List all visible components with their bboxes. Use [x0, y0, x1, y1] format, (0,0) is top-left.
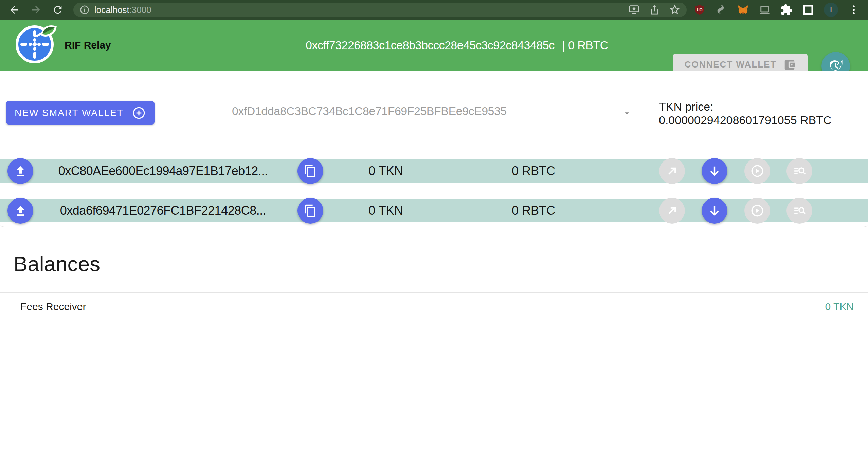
wallet-tkn-balance: 0 TKN [348, 199, 423, 222]
table-row: Fees Receiver 0 TKN [0, 292, 868, 321]
fees-receiver-label: Fees Receiver [20, 301, 86, 312]
smart-wallet-select-value: 0xfD1dda8C3BC734Bc1C8e71F69F25BFBEe9cE95… [232, 104, 507, 118]
app-header: RIF Relay 0xcff73226883c1ce8b3bccc28e45c… [0, 20, 868, 71]
plus-circle-icon [132, 106, 146, 120]
arrow-down-icon [708, 204, 721, 217]
fees-receiver-value: 0 TKN [825, 301, 854, 312]
tkn-price: TKN price: 0.00000294208601791055 RBTC [659, 100, 832, 127]
header-account-balance: | 0 RBTC [562, 39, 608, 52]
transfer-button[interactable] [659, 158, 685, 184]
new-smart-wallet-label: NEW SMART WALLET [15, 108, 124, 118]
smart-wallet-select[interactable]: 0xfD1dda8C3BC734Bc1C8e71F69F25BFBEe9cE95… [232, 98, 634, 128]
copy-address-button[interactable] [297, 158, 323, 184]
execute-button[interactable] [744, 158, 770, 184]
back-icon[interactable] [8, 4, 20, 16]
tkn-price-value: 0.00000294208601791055 RBTC [659, 113, 832, 127]
laptop-icon[interactable] [759, 4, 771, 16]
wallet-address: 0xC80AEe600Ec1994a97E1B17eb12... [41, 159, 285, 183]
copy-icon [304, 164, 317, 178]
extensions-puzzle-icon[interactable] [780, 4, 793, 16]
header-account-address: 0xcff73226883c1ce8b3bccc28e45c3c92c84348… [306, 39, 555, 52]
copy-address-button[interactable] [297, 198, 323, 224]
app-title: RIF Relay [65, 39, 111, 51]
side-panel-icon[interactable] [802, 4, 814, 16]
browser-toolbar: localhost:3000 UO [0, 0, 868, 20]
connect-wallet-label: CONNECT WALLET [685, 59, 777, 70]
tkn-price-label: TKN price: [659, 100, 832, 113]
transfer-button[interactable] [659, 198, 685, 224]
upload-icon [14, 164, 27, 178]
wallet-rbtc-balance: 0 RBTC [496, 199, 571, 222]
transactions-search-button[interactable] [786, 198, 812, 224]
share-icon[interactable] [649, 4, 660, 16]
info-icon[interactable] [79, 5, 90, 15]
balances-title: Balances [14, 252, 100, 276]
upload-icon [14, 204, 27, 217]
screen: localhost:3000 UO [0, 0, 868, 458]
metamask-icon[interactable] [737, 4, 749, 16]
wallet-tkn-balance: 0 TKN [348, 159, 423, 183]
play-circle-icon [750, 204, 764, 218]
search-list-icon [792, 204, 807, 218]
arrow-up-right-icon [665, 204, 679, 217]
copy-icon [304, 204, 317, 217]
smart-wallet-row: 0xda6f69471E0276FC1BF221428C8... 0 TKN 0… [0, 199, 868, 222]
install-icon[interactable] [628, 4, 640, 16]
arrow-down-icon [708, 164, 721, 178]
url-port: :3000 [129, 5, 151, 15]
play-circle-icon [750, 164, 764, 178]
profile-avatar[interactable]: I [824, 3, 838, 17]
url-host: localhost [94, 5, 129, 15]
wallet-rbtc-balance: 0 RBTC [496, 159, 571, 183]
browser-menu-icon[interactable] [848, 4, 860, 16]
address-bar[interactable]: localhost:3000 [73, 3, 687, 17]
smart-wallet-row: 0xC80AEe600Ec1994a97E1B17eb12... 0 TKN 0… [0, 159, 868, 183]
ublock-icon[interactable]: UO [693, 4, 706, 16]
transactions-search-button[interactable] [786, 158, 812, 184]
deploy-wallet-button[interactable] [7, 158, 33, 184]
header-account: 0xcff73226883c1ce8b3bccc28e45c3c92c84348… [306, 39, 608, 52]
deploy-wallet-button[interactable] [7, 198, 33, 224]
new-smart-wallet-button[interactable]: NEW SMART WALLET [6, 101, 155, 125]
bookmark-star-icon[interactable] [669, 4, 681, 16]
receive-button[interactable] [702, 198, 727, 224]
rif-relay-logo [14, 16, 61, 66]
extension-bar: UO [693, 3, 860, 17]
receive-button[interactable] [702, 158, 727, 184]
forward-icon[interactable] [30, 4, 42, 16]
search-list-icon [792, 164, 807, 178]
chevron-down-icon [621, 108, 632, 119]
reload-icon[interactable] [52, 4, 64, 16]
arrow-up-right-icon [665, 164, 679, 178]
wallet-icon [783, 58, 796, 71]
s-extension-icon[interactable] [715, 4, 727, 16]
wallet-address: 0xda6f69471E0276FC1BF221428C8... [41, 199, 285, 222]
svg-text:UO: UO [697, 8, 703, 12]
execute-button[interactable] [744, 198, 770, 224]
